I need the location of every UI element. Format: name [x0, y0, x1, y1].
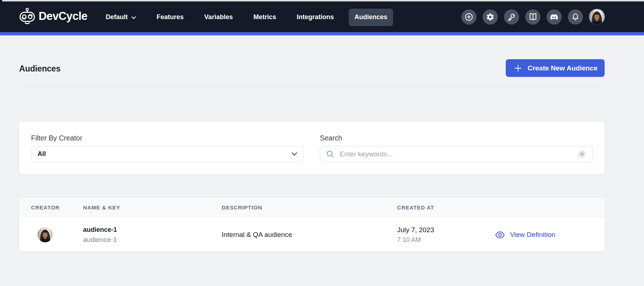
- audience-key: audience-1: [83, 235, 222, 245]
- nav-item-label: Variables: [204, 13, 233, 21]
- add-new-button[interactable]: [461, 9, 477, 25]
- plus-circle-icon: [465, 13, 473, 21]
- table-row: audience-1 audience-1 Internal & QA audi…: [19, 217, 605, 252]
- creator-cell: [31, 227, 83, 242]
- page-header: Audiences Create New Audience: [19, 59, 605, 77]
- nav-item-variables[interactable]: Variables: [199, 9, 239, 26]
- description-cell: Internal & QA audience: [222, 231, 397, 239]
- book-icon: [528, 12, 538, 21]
- nav-item-label: Metrics: [253, 13, 276, 21]
- nav-item-audiences[interactable]: Audiences: [349, 9, 393, 26]
- nav-item-features[interactable]: Features: [151, 9, 190, 26]
- view-definition-label: View Definition: [510, 231, 555, 239]
- avatar-image: [38, 227, 53, 242]
- column-header-name-key: NAME & KEY: [83, 204, 222, 211]
- eye-icon: [495, 230, 505, 239]
- discord-icon: [549, 12, 559, 22]
- chevron-down-icon: [131, 16, 136, 19]
- view-definition-link[interactable]: View Definition: [495, 230, 605, 239]
- search-label: Search: [320, 134, 593, 143]
- audience-name: audience-1: [83, 225, 222, 235]
- brand[interactable]: DevCycle: [19, 8, 87, 25]
- nav-item-label: Features: [157, 13, 184, 21]
- docs-button[interactable]: [525, 9, 540, 25]
- bell-icon: [571, 13, 580, 21]
- topbar-actions: [461, 9, 605, 25]
- main-content: Audiences Create New Audience Filter By …: [19, 59, 605, 252]
- chevron-down-icon: [291, 152, 297, 156]
- created-date: July 7, 2023: [397, 225, 495, 235]
- gear-icon: [486, 13, 495, 21]
- key-icon: [507, 13, 516, 21]
- clear-search-button[interactable]: [578, 150, 586, 158]
- top-navbar: DevCycle Default Features Variables Metr…: [0, 0, 644, 32]
- project-switcher-label: Default: [106, 13, 128, 21]
- user-avatar[interactable]: [589, 9, 605, 25]
- search-icon: [326, 150, 334, 158]
- column-header-creator: CREATOR: [31, 204, 83, 211]
- page-title: Audiences: [19, 64, 61, 74]
- close-icon: [580, 152, 584, 156]
- devcycle-logo-icon: [19, 8, 35, 25]
- nav-item-label: Audiences: [354, 13, 387, 21]
- nav-item-metrics[interactable]: Metrics: [248, 9, 282, 26]
- avatar-image: [589, 9, 605, 25]
- nav-item-integrations[interactable]: Integrations: [291, 9, 340, 26]
- creator-avatar: [38, 227, 53, 242]
- creator-filter: Filter By Creator All: [31, 134, 304, 162]
- create-button-label: Create New Audience: [527, 64, 597, 72]
- window-top-strip: [2, 0, 644, 1]
- search-input[interactable]: [320, 146, 593, 162]
- brand-name: DevCycle: [39, 10, 87, 23]
- column-header-created-at: CREATED AT: [397, 204, 495, 211]
- audiences-table: CREATOR NAME & KEY DESCRIPTION CREATED A…: [19, 198, 605, 252]
- creator-filter-value: All: [38, 150, 46, 158]
- creator-filter-select[interactable]: All: [31, 146, 304, 162]
- created-at-cell: July 7, 2023 7:10 AM: [397, 225, 495, 245]
- accent-bar: [0, 32, 644, 35]
- notifications-button[interactable]: [568, 9, 583, 25]
- created-time: 7:10 AM: [397, 235, 495, 245]
- header-divider: [19, 87, 605, 87]
- name-key-cell: audience-1 audience-1: [83, 225, 222, 245]
- creator-filter-label: Filter By Creator: [31, 134, 304, 143]
- project-switcher[interactable]: Default: [100, 9, 142, 26]
- search-filter: Search: [320, 134, 593, 162]
- plus-icon: [514, 65, 522, 72]
- search-field: [320, 146, 593, 162]
- column-header-description: DESCRIPTION: [222, 204, 397, 211]
- api-keys-button[interactable]: [504, 9, 519, 25]
- discord-button[interactable]: [547, 9, 562, 25]
- settings-button[interactable]: [483, 9, 498, 25]
- filter-card: Filter By Creator All Search: [19, 122, 605, 174]
- table-header-row: CREATOR NAME & KEY DESCRIPTION CREATED A…: [19, 198, 605, 217]
- create-new-audience-button[interactable]: Create New Audience: [506, 59, 605, 77]
- primary-nav: Default Features Variables Metrics Integ…: [100, 9, 393, 26]
- nav-item-label: Integrations: [297, 13, 334, 21]
